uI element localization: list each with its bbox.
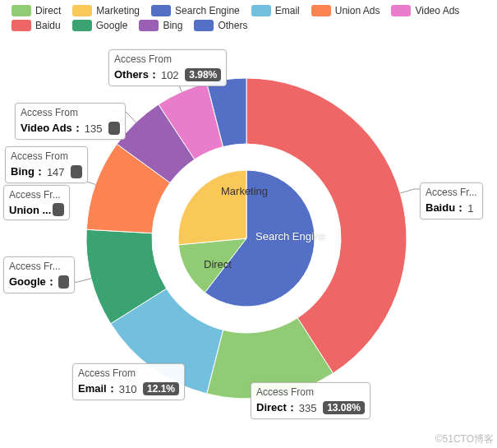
legend-swatch bbox=[72, 20, 92, 31]
legend-swatch bbox=[12, 5, 31, 16]
inner-label-direct: Direct bbox=[204, 258, 232, 270]
legend-label: Video Ads bbox=[415, 5, 459, 16]
legend-label: Union Ads bbox=[335, 5, 380, 16]
tooltip-baidu: Access Fr... Baidu：1 bbox=[420, 182, 483, 219]
legend-item-others[interactable]: Others bbox=[194, 20, 247, 31]
legend: DirectMarketingSearch EngineEmailUnion A… bbox=[12, 5, 472, 31]
legend-item-video-ads[interactable]: Video Ads bbox=[391, 5, 459, 16]
legend-label: Direct bbox=[35, 5, 61, 16]
watermark: ©51CTO博客 bbox=[435, 432, 494, 446]
legend-label: Others bbox=[218, 20, 247, 31]
legend-item-search-engine[interactable]: Search Engine bbox=[151, 5, 240, 16]
legend-swatch bbox=[72, 5, 92, 16]
tooltip-bing: Access From Bing：147 bbox=[5, 146, 88, 183]
legend-swatch bbox=[194, 20, 214, 31]
legend-swatch bbox=[391, 5, 411, 16]
legend-item-email[interactable]: Email bbox=[251, 5, 300, 16]
legend-swatch bbox=[12, 20, 31, 31]
slice-marketing[interactable] bbox=[178, 170, 246, 245]
legend-swatch bbox=[311, 5, 331, 16]
legend-label: Google bbox=[96, 20, 128, 31]
legend-item-direct[interactable]: Direct bbox=[12, 5, 61, 16]
tooltip-direct: Access From Direct：335 13.08% bbox=[251, 382, 370, 419]
legend-label: Baidu bbox=[35, 20, 61, 31]
tooltip-video: Access From Video Ads：135 bbox=[15, 103, 126, 140]
legend-swatch bbox=[139, 20, 159, 31]
legend-label: Email bbox=[275, 5, 300, 16]
inner-label-marketing: Marketing bbox=[221, 185, 268, 197]
legend-swatch bbox=[251, 5, 271, 16]
tooltip-google: Access Fr... Google： bbox=[3, 256, 75, 293]
legend-item-baidu[interactable]: Baidu bbox=[12, 20, 61, 31]
tooltip-others: Access From Others：102 3.98% bbox=[108, 49, 227, 86]
legend-label: Marketing bbox=[96, 5, 140, 16]
legend-item-google[interactable]: Google bbox=[72, 20, 128, 31]
legend-swatch bbox=[151, 5, 171, 16]
legend-item-bing[interactable]: Bing bbox=[139, 20, 182, 31]
inner-label-search: Search Engine bbox=[255, 230, 325, 242]
tooltip-union: Access Fr... Union ... bbox=[3, 185, 70, 220]
tooltip-email: Access From Email：310 12.1% bbox=[72, 363, 185, 400]
legend-item-marketing[interactable]: Marketing bbox=[72, 5, 140, 16]
legend-label: Bing bbox=[163, 20, 182, 31]
legend-item-union-ads[interactable]: Union Ads bbox=[311, 5, 380, 16]
legend-label: Search Engine bbox=[175, 5, 240, 16]
